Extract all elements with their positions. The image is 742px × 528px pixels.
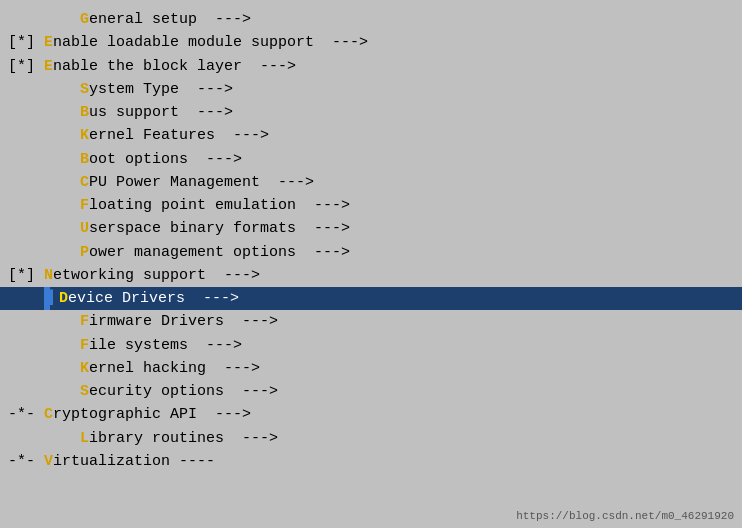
bracket: [*] (8, 34, 44, 51)
menu-item-cpu-power[interactable]: CPU Power Management ---> (0, 171, 742, 194)
menu-item-security-options[interactable]: Security options ---> (0, 380, 742, 403)
menu-item-library-routines[interactable]: Library routines ---> (0, 427, 742, 450)
bracket: [*] (8, 58, 44, 75)
menu-item-kernel-features[interactable]: Kernel Features ---> (0, 124, 742, 147)
first-letter: E (44, 34, 53, 51)
first-letter: S (80, 81, 89, 98)
menu-text: evice Drivers ---> (68, 290, 239, 307)
menu-text: loating point emulation ---> (89, 197, 350, 214)
first-letter: V (44, 453, 53, 470)
bracket: -*- (8, 453, 44, 470)
menu-text: ibrary routines ---> (89, 430, 278, 447)
menu-item-block-layer[interactable]: [*] Enable the block layer ---> (0, 55, 742, 78)
terminal-window: General setup --->[*] Enable loadable mo… (0, 0, 742, 528)
menu-item-firmware-drivers[interactable]: Firmware Drivers ---> (0, 310, 742, 333)
menu-text: PU Power Management ---> (89, 174, 314, 191)
menu-item-bus-support[interactable]: Bus support ---> (0, 101, 742, 124)
first-letter: F (80, 313, 89, 330)
menu-text: nable loadable module support ---> (53, 34, 368, 51)
menu-text: ernel Features ---> (89, 127, 269, 144)
menu-text: ile systems ---> (89, 337, 242, 354)
first-letter: S (80, 383, 89, 400)
highlight-bar: █ (44, 287, 50, 310)
menu-item-general-setup[interactable]: General setup ---> (0, 8, 742, 31)
menu-item-userspace-binary[interactable]: Userspace binary formats ---> (0, 217, 742, 240)
menu-text: irtualization ---- (53, 453, 215, 470)
first-letter: F (80, 197, 89, 214)
first-letter: B (80, 151, 89, 168)
first-letter: P (80, 244, 89, 261)
first-letter: C (44, 406, 53, 423)
first-letter: C (80, 174, 89, 191)
first-letter: D (59, 290, 68, 307)
menu-text: us support ---> (89, 104, 233, 121)
menu-text: etworking support ---> (53, 267, 260, 284)
first-letter: L (80, 430, 89, 447)
menu-text: oot options ---> (89, 151, 242, 168)
bracket: -*- (8, 406, 44, 423)
menu-item-power-management[interactable]: Power management options ---> (0, 241, 742, 264)
menu-item-system-type[interactable]: System Type ---> (0, 78, 742, 101)
menu-text: ernel hacking ---> (89, 360, 260, 377)
menu-item-cryptographic-api[interactable]: -*- Cryptographic API ---> (0, 403, 742, 426)
menu-item-kernel-hacking[interactable]: Kernel hacking ---> (0, 357, 742, 380)
first-letter: F (80, 337, 89, 354)
menu-text: eneral setup ---> (89, 11, 251, 28)
first-letter: U (80, 220, 89, 237)
first-letter: B (80, 104, 89, 121)
first-letter: N (44, 267, 53, 284)
menu-text: irmware Drivers ---> (89, 313, 278, 330)
first-letter: G (80, 11, 89, 28)
bracket: [*] (8, 267, 44, 284)
first-letter: E (44, 58, 53, 75)
menu-item-boot-options[interactable]: Boot options ---> (0, 148, 742, 171)
menu-item-floating-point[interactable]: Floating point emulation ---> (0, 194, 742, 217)
menu-text: ecurity options ---> (89, 383, 278, 400)
menu-text: nable the block layer ---> (53, 58, 296, 75)
watermark: https://blog.csdn.net/m0_46291920 (516, 510, 734, 522)
menu-text: ryptographic API ---> (53, 406, 251, 423)
menu-text: ower management options ---> (89, 244, 350, 261)
menu-item-file-systems[interactable]: File systems ---> (0, 334, 742, 357)
first-letter: K (80, 127, 89, 144)
menu-item-loadable-module[interactable]: [*] Enable loadable module support ---> (0, 31, 742, 54)
first-letter: K (80, 360, 89, 377)
menu-item-networking[interactable]: [*] Networking support ---> (0, 264, 742, 287)
menu-text: serspace binary formats ---> (89, 220, 350, 237)
menu-item-virtualization[interactable]: -*- Virtualization ---- (0, 450, 742, 473)
menu-item-device-drivers[interactable]: █ Device Drivers ---> (0, 287, 742, 310)
menu-text: ystem Type ---> (89, 81, 233, 98)
